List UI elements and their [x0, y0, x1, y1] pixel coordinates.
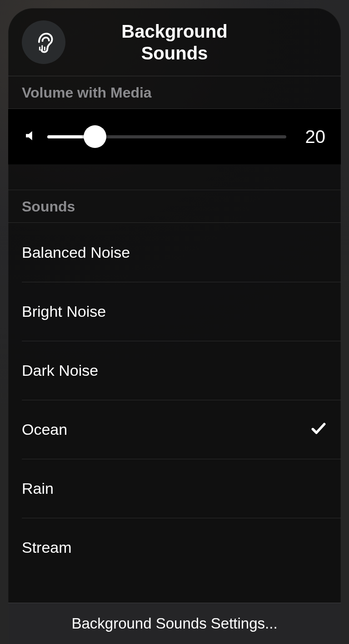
section-gap: [8, 165, 341, 190]
panel-title: Background Sounds: [121, 20, 227, 64]
sound-item[interactable]: Rain: [8, 459, 341, 518]
volume-section-header: Volume with Media: [8, 76, 341, 109]
sound-item-label: Bright Noise: [22, 303, 106, 320]
sound-list: Balanced NoiseBright NoiseDark NoiseOcea…: [8, 223, 341, 603]
slider-thumb[interactable]: [84, 125, 106, 148]
volume-value: 20: [296, 127, 325, 147]
sound-item-label: Balanced Noise: [22, 244, 130, 261]
checkmark-icon: [310, 420, 327, 439]
sound-item[interactable]: Ocean: [8, 400, 341, 459]
svg-rect-0: [39, 46, 40, 50]
svg-rect-1: [41, 45, 43, 52]
sound-item-label: Dark Noise: [22, 362, 98, 379]
panel-header: Background Sounds: [8, 8, 341, 76]
sound-item[interactable]: Bright Noise: [8, 282, 341, 341]
sound-item-label: Rain: [22, 480, 54, 497]
svg-rect-2: [44, 46, 45, 50]
background-sounds-panel: Background Sounds Volume with Media 20 S…: [8, 8, 341, 644]
sound-item[interactable]: Stream: [8, 518, 341, 577]
settings-footer[interactable]: Background Sounds Settings...: [8, 603, 341, 644]
speaker-low-icon: [24, 129, 37, 144]
volume-row: 20: [8, 109, 341, 165]
ear-sound-icon: [31, 29, 56, 55]
sound-item[interactable]: Dark Noise: [8, 341, 341, 400]
volume-slider[interactable]: [47, 125, 286, 148]
sound-item-label: Ocean: [22, 421, 67, 438]
background-sounds-toggle[interactable]: [22, 20, 65, 64]
sound-item[interactable]: Balanced Noise: [8, 223, 341, 282]
sound-item-label: Stream: [22, 539, 72, 556]
sounds-section-header: Sounds: [8, 190, 341, 223]
svg-rect-3: [46, 48, 48, 49]
settings-link-label: Background Sounds Settings...: [71, 615, 277, 632]
